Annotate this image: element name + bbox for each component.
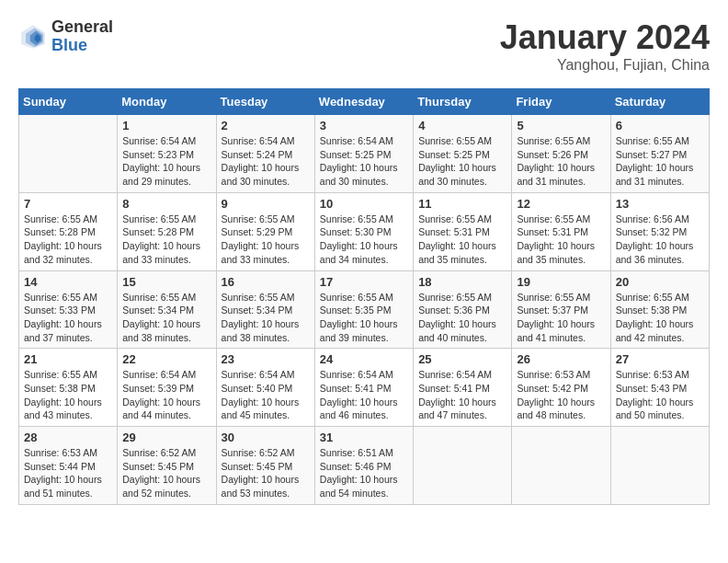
day-number: 1 [122,119,210,132]
day-number: 29 [122,431,210,444]
calendar-cell: 20Sunrise: 6:55 AM Sunset: 5:38 PM Dayli… [610,270,709,349]
day-info: Sunrise: 6:56 AM Sunset: 5:32 PM Dayligh… [616,213,704,267]
calendar-cell [19,115,118,193]
day-info: Sunrise: 6:55 AM Sunset: 5:28 PM Dayligh… [122,213,210,267]
day-number: 15 [122,275,210,289]
day-number: 11 [418,197,506,211]
day-number: 27 [616,352,704,366]
title-block: January 2024 Yanghou, Fujian, China [500,18,710,74]
calendar-cell: 23Sunrise: 6:54 AM Sunset: 5:40 PM Dayli… [216,349,314,427]
day-info: Sunrise: 6:55 AM Sunset: 5:27 PM Dayligh… [616,134,704,189]
week-row-4: 21Sunrise: 6:55 AM Sunset: 5:38 PM Dayli… [19,349,710,427]
logo-icon [18,22,48,52]
calendar-cell: 3Sunrise: 6:54 AM Sunset: 5:25 PM Daylig… [314,115,413,193]
day-number: 10 [320,197,408,211]
calendar-cell: 14Sunrise: 6:55 AM Sunset: 5:33 PM Dayli… [19,270,118,349]
calendar-cell: 8Sunrise: 6:55 AM Sunset: 5:28 PM Daylig… [118,192,216,270]
logo-line2: Blue [51,37,113,55]
logo-line1: General [51,18,113,37]
day-info: Sunrise: 6:55 AM Sunset: 5:36 PM Dayligh… [418,291,506,345]
day-number: 7 [24,197,112,211]
day-info: Sunrise: 6:55 AM Sunset: 5:28 PM Dayligh… [24,213,112,267]
day-number: 19 [517,275,605,289]
day-info: Sunrise: 6:53 AM Sunset: 5:42 PM Dayligh… [517,368,605,422]
calendar-cell: 24Sunrise: 6:54 AM Sunset: 5:41 PM Dayli… [314,349,413,427]
day-info: Sunrise: 6:53 AM Sunset: 5:44 PM Dayligh… [24,446,112,500]
day-number: 31 [320,431,408,444]
week-row-1: 1Sunrise: 6:54 AM Sunset: 5:23 PM Daylig… [19,115,710,193]
day-info: Sunrise: 6:55 AM Sunset: 5:30 PM Dayligh… [320,213,408,267]
day-info: Sunrise: 6:54 AM Sunset: 5:24 PM Dayligh… [222,134,310,189]
calendar-cell: 29Sunrise: 6:52 AM Sunset: 5:45 PM Dayli… [118,427,216,505]
day-number: 13 [616,197,704,211]
day-info: Sunrise: 6:55 AM Sunset: 5:31 PM Dayligh… [418,213,506,267]
day-number: 9 [222,197,310,211]
day-number: 16 [222,275,310,289]
day-number: 18 [418,275,506,289]
day-number: 3 [320,119,408,132]
day-info: Sunrise: 6:55 AM Sunset: 5:37 PM Dayligh… [517,291,605,345]
calendar-cell: 19Sunrise: 6:55 AM Sunset: 5:37 PM Dayli… [512,270,610,349]
calendar-cell: 16Sunrise: 6:55 AM Sunset: 5:34 PM Dayli… [216,270,314,349]
day-info: Sunrise: 6:55 AM Sunset: 5:25 PM Dayligh… [418,134,506,189]
header-day-tuesday: Tuesday [216,89,314,115]
calendar-cell: 30Sunrise: 6:52 AM Sunset: 5:45 PM Dayli… [216,427,314,505]
day-number: 12 [517,197,605,211]
day-info: Sunrise: 6:51 AM Sunset: 5:46 PM Dayligh… [320,446,408,500]
day-number: 20 [616,275,704,289]
day-number: 25 [418,352,506,366]
calendar-cell: 26Sunrise: 6:53 AM Sunset: 5:42 PM Dayli… [512,349,610,427]
day-info: Sunrise: 6:55 AM Sunset: 5:35 PM Dayligh… [320,291,408,345]
header-day-friday: Friday [512,89,610,115]
day-number: 30 [222,431,310,444]
day-number: 23 [222,352,310,366]
day-info: Sunrise: 6:55 AM Sunset: 5:33 PM Dayligh… [24,291,112,345]
calendar-cell: 17Sunrise: 6:55 AM Sunset: 5:35 PM Dayli… [314,270,413,349]
day-info: Sunrise: 6:54 AM Sunset: 5:40 PM Dayligh… [222,368,310,422]
month-title: January 2024 [500,18,710,57]
week-row-2: 7Sunrise: 6:55 AM Sunset: 5:28 PM Daylig… [19,192,710,270]
calendar-cell: 22Sunrise: 6:54 AM Sunset: 5:39 PM Dayli… [118,349,216,427]
day-info: Sunrise: 6:55 AM Sunset: 5:38 PM Dayligh… [616,291,704,345]
calendar-cell: 10Sunrise: 6:55 AM Sunset: 5:30 PM Dayli… [314,192,413,270]
day-info: Sunrise: 6:54 AM Sunset: 5:41 PM Dayligh… [320,368,408,422]
day-info: Sunrise: 6:55 AM Sunset: 5:29 PM Dayligh… [222,213,310,267]
day-number: 21 [24,352,112,366]
day-info: Sunrise: 6:52 AM Sunset: 5:45 PM Dayligh… [122,446,210,500]
day-number: 28 [24,431,112,444]
calendar-table: SundayMondayTuesdayWednesdayThursdayFrid… [18,88,710,505]
location: Yanghou, Fujian, China [500,57,710,74]
calendar-cell [610,427,709,505]
day-info: Sunrise: 6:54 AM Sunset: 5:39 PM Dayligh… [122,368,210,422]
calendar-cell: 6Sunrise: 6:55 AM Sunset: 5:27 PM Daylig… [610,115,709,193]
week-row-3: 14Sunrise: 6:55 AM Sunset: 5:33 PM Dayli… [19,270,710,349]
calendar-cell [512,427,610,505]
day-number: 22 [122,352,210,366]
header-day-thursday: Thursday [414,89,512,115]
day-number: 26 [517,352,605,366]
day-number: 24 [320,352,408,366]
header-day-monday: Monday [118,89,216,115]
calendar-cell: 21Sunrise: 6:55 AM Sunset: 5:38 PM Dayli… [19,349,118,427]
calendar-cell: 5Sunrise: 6:55 AM Sunset: 5:26 PM Daylig… [512,115,610,193]
day-number: 14 [24,275,112,289]
day-info: Sunrise: 6:54 AM Sunset: 5:23 PM Dayligh… [122,134,210,189]
day-info: Sunrise: 6:55 AM Sunset: 5:31 PM Dayligh… [517,213,605,267]
day-number: 5 [517,119,605,132]
calendar-cell: 2Sunrise: 6:54 AM Sunset: 5:24 PM Daylig… [216,115,314,193]
calendar-cell: 11Sunrise: 6:55 AM Sunset: 5:31 PM Dayli… [414,192,512,270]
day-number: 8 [122,197,210,211]
calendar-cell: 13Sunrise: 6:56 AM Sunset: 5:32 PM Dayli… [610,192,709,270]
calendar-header-row: SundayMondayTuesdayWednesdayThursdayFrid… [19,89,710,115]
day-info: Sunrise: 6:55 AM Sunset: 5:34 PM Dayligh… [122,291,210,345]
header-day-sunday: Sunday [19,89,118,115]
calendar-cell: 25Sunrise: 6:54 AM Sunset: 5:41 PM Dayli… [414,349,512,427]
day-info: Sunrise: 6:55 AM Sunset: 5:34 PM Dayligh… [222,291,310,345]
page-header: General Blue January 2024 Yanghou, Fujia… [18,18,710,74]
calendar-cell: 7Sunrise: 6:55 AM Sunset: 5:28 PM Daylig… [19,192,118,270]
day-info: Sunrise: 6:52 AM Sunset: 5:45 PM Dayligh… [222,446,310,500]
day-number: 4 [418,119,506,132]
calendar-cell: 18Sunrise: 6:55 AM Sunset: 5:36 PM Dayli… [414,270,512,349]
calendar-cell [414,427,512,505]
header-day-wednesday: Wednesday [314,89,413,115]
